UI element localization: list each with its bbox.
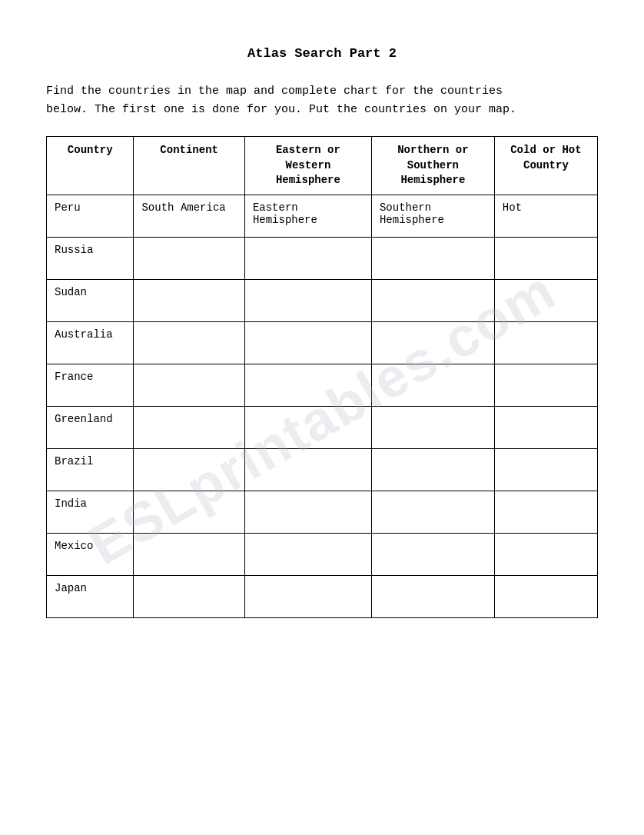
- cell-ew: [244, 364, 371, 406]
- atlas-table: Country Continent Eastern or Western Hem…: [46, 136, 598, 618]
- cell-ch: [494, 491, 597, 533]
- cell-continent: [134, 448, 244, 491]
- cell-continent: [134, 237, 244, 279]
- cell-ew: [244, 533, 371, 575]
- cell-country: India: [47, 491, 134, 533]
- header-ns: Northern or Southern Hemisphere: [371, 137, 494, 195]
- cell-continent: South America: [134, 195, 244, 237]
- table-row: Brazil: [47, 448, 598, 491]
- cell-country: France: [47, 364, 134, 406]
- table-row: Australia: [47, 321, 598, 364]
- table-row: Japan: [47, 575, 598, 617]
- page-title: Atlas Search Part 2: [46, 46, 598, 61]
- table-row: Russia: [47, 237, 598, 279]
- cell-ns: [371, 448, 494, 491]
- cell-ew: Eastern Hemisphere: [244, 195, 371, 237]
- cell-country: Australia: [47, 321, 134, 364]
- cell-ns: [371, 491, 494, 533]
- cell-ns: Southern Hemisphere: [371, 195, 494, 237]
- instructions: Find the countries in the map and comple…: [46, 82, 546, 119]
- cell-ns: [371, 237, 494, 279]
- table-row: Mexico: [47, 533, 598, 575]
- cell-country: Greenland: [47, 406, 134, 448]
- cell-ns: [371, 364, 494, 406]
- cell-continent: [134, 364, 244, 406]
- cell-ew: [244, 279, 371, 321]
- table-row: Sudan: [47, 279, 598, 321]
- cell-ns: [371, 533, 494, 575]
- cell-country: Mexico: [47, 533, 134, 575]
- cell-country: Peru: [47, 195, 134, 237]
- cell-ch: [494, 279, 597, 321]
- cell-ew: [244, 321, 371, 364]
- header-ew: Eastern or Western Hemisphere: [244, 137, 371, 195]
- cell-ns: [371, 279, 494, 321]
- cell-country: Japan: [47, 575, 134, 617]
- cell-continent: [134, 575, 244, 617]
- cell-ch: [494, 575, 597, 617]
- cell-ch: [494, 237, 597, 279]
- table-row: India: [47, 491, 598, 533]
- cell-ch: [494, 533, 597, 575]
- cell-continent: [134, 279, 244, 321]
- cell-ns: [371, 406, 494, 448]
- header-ch: Cold or Hot Country: [494, 137, 597, 195]
- cell-country: Sudan: [47, 279, 134, 321]
- cell-ew: [244, 406, 371, 448]
- cell-ch: [494, 321, 597, 364]
- cell-ns: [371, 575, 494, 617]
- cell-ew: [244, 237, 371, 279]
- cell-ns: [371, 321, 494, 364]
- cell-country: Brazil: [47, 448, 134, 491]
- cell-ew: [244, 448, 371, 491]
- table-header-row: Country Continent Eastern or Western Hem…: [47, 137, 598, 195]
- cell-ch: Hot: [494, 195, 597, 237]
- table-row: France: [47, 364, 598, 406]
- table-row: Greenland: [47, 406, 598, 448]
- cell-ch: [494, 448, 597, 491]
- cell-ch: [494, 364, 597, 406]
- cell-continent: [134, 533, 244, 575]
- cell-country: Russia: [47, 237, 134, 279]
- cell-ew: [244, 491, 371, 533]
- cell-continent: [134, 406, 244, 448]
- table-row: PeruSouth AmericaEastern HemisphereSouth…: [47, 195, 598, 237]
- cell-ew: [244, 575, 371, 617]
- header-continent: Continent: [134, 137, 244, 195]
- header-country: Country: [47, 137, 134, 195]
- cell-ch: [494, 406, 597, 448]
- cell-continent: [134, 321, 244, 364]
- cell-continent: [134, 491, 244, 533]
